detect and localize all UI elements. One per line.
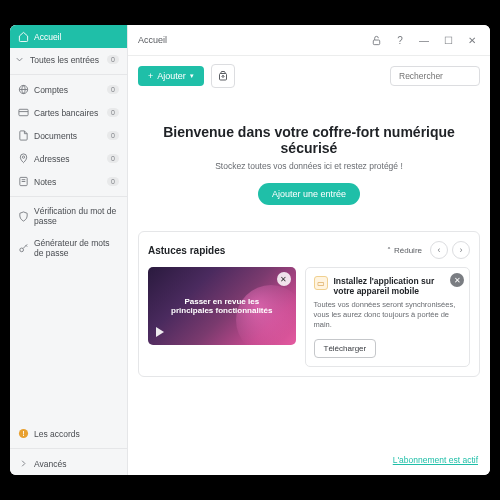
tips-toggle-label: Réduire [394, 246, 422, 255]
install-card: ✕ ▭ Installez l'application sur votre ap… [305, 267, 471, 367]
sidebar-item-home[interactable]: Accueil [10, 25, 127, 48]
video-card[interactable]: ✕ Passer en revue les principales foncti… [148, 267, 296, 345]
divider [10, 74, 127, 75]
close-icon[interactable]: ✕ [277, 272, 291, 286]
file-icon [18, 130, 29, 141]
add-button-label: Ajouter [157, 71, 186, 81]
sidebar-item-label: Adresses [34, 154, 69, 164]
svg-point-3 [22, 156, 24, 158]
hero-title: Bienvenue dans votre coffre-fort numériq… [148, 124, 470, 156]
tips-prev-button[interactable]: ‹ [430, 241, 448, 259]
sidebar-item-agreements[interactable]: ! Les accords [10, 422, 127, 445]
install-body: Toutes vos données seront synchronisées,… [314, 300, 462, 329]
import-button[interactable] [211, 64, 235, 88]
minimize-icon[interactable]: — [416, 32, 432, 48]
sidebar-item-label: Avancés [34, 459, 66, 469]
close-icon[interactable]: ✕ [450, 273, 464, 287]
svg-rect-1 [19, 109, 28, 115]
titlebar: Accueil ? — ☐ ✕ [128, 25, 490, 56]
chevron-right-icon [18, 458, 29, 469]
quick-tips: Astuces rapides ˄ Réduire ‹ › ✕ Passer e… [138, 231, 480, 377]
sidebar-item-label: Générateur de mots de passe [34, 238, 119, 258]
close-icon[interactable]: ✕ [464, 32, 480, 48]
globe-icon [18, 84, 29, 95]
sidebar-item-addresses[interactable]: Adresses 0 [10, 147, 127, 170]
chevron-down-icon: ▾ [190, 72, 194, 80]
divider [10, 448, 127, 449]
sidebar-item-label: Les accords [34, 429, 80, 439]
shield-check-icon [18, 211, 29, 222]
page-title: Accueil [138, 35, 167, 45]
count-badge: 0 [107, 108, 119, 117]
sidebar-item-label: Cartes bancaires [34, 108, 98, 118]
count-badge: 0 [107, 154, 119, 163]
lock-icon[interactable] [368, 32, 384, 48]
tips-title: Astuces rapides [148, 245, 225, 256]
home-icon [18, 31, 29, 42]
warning-icon: ! [18, 428, 29, 439]
count-badge: 0 [107, 85, 119, 94]
sidebar-item-label: Toutes les entrées [30, 55, 99, 65]
add-button[interactable]: + Ajouter ▾ [138, 66, 204, 86]
count-badge: 0 [107, 55, 119, 64]
tips-collapse[interactable]: ˄ Réduire [387, 246, 422, 255]
toolbar: + Ajouter ▾ [128, 56, 490, 96]
map-pin-icon [18, 153, 29, 164]
sidebar-item-cards[interactable]: Cartes bancaires 0 [10, 101, 127, 124]
sidebar-item-advanced[interactable]: Avancés [10, 452, 127, 475]
play-icon [156, 327, 164, 337]
hero: Bienvenue dans votre coffre-fort numériq… [128, 96, 490, 223]
note-icon [18, 176, 29, 187]
search-input[interactable] [390, 66, 480, 86]
sidebar-item-all-entries[interactable]: Toutes les entrées 0 [10, 48, 127, 71]
tips-next-button[interactable]: › [452, 241, 470, 259]
chevron-down-icon [14, 54, 25, 65]
help-icon[interactable]: ? [392, 32, 408, 48]
footer: L'abonnement est actif [128, 441, 490, 475]
sidebar-item-password-check[interactable]: Vérification du mot de passe [10, 200, 127, 232]
search-field[interactable] [399, 71, 471, 81]
count-badge: 0 [107, 177, 119, 186]
add-entry-button[interactable]: Ajouter une entrée [258, 183, 360, 205]
sidebar-item-label: Accueil [34, 32, 61, 42]
sidebar-item-accounts[interactable]: Comptes 0 [10, 78, 127, 101]
hero-subtitle: Stockez toutes vos données ici et restez… [148, 161, 470, 171]
svg-rect-10 [373, 40, 379, 45]
subscription-status-link[interactable]: L'abonnement est actif [393, 455, 478, 465]
main-content: Accueil ? — ☐ ✕ + Ajouter ▾ Bienvenue da… [128, 25, 490, 475]
sidebar-item-label: Documents [34, 131, 77, 141]
svg-text:!: ! [22, 430, 24, 437]
key-icon [18, 243, 29, 254]
sidebar-item-label: Notes [34, 177, 56, 187]
svg-point-7 [20, 248, 24, 252]
video-title: Passer en revue les principales fonction… [148, 297, 296, 315]
install-title: Installez l'application sur votre appare… [334, 276, 462, 296]
sidebar-item-label: Vérification du mot de passe [34, 206, 119, 226]
download-button[interactable]: Télécharger [314, 339, 377, 358]
sidebar-item-label: Comptes [34, 85, 68, 95]
sidebar-item-notes[interactable]: Notes 0 [10, 170, 127, 193]
sidebar: Accueil Toutes les entrées 0 Comptes 0 C… [10, 25, 128, 475]
sidebar-item-password-gen[interactable]: Générateur de mots de passe [10, 232, 127, 264]
plus-icon: + [148, 71, 153, 81]
count-badge: 0 [107, 131, 119, 140]
maximize-icon[interactable]: ☐ [440, 32, 456, 48]
mobile-icon: ▭ [314, 276, 328, 290]
sidebar-item-documents[interactable]: Documents 0 [10, 124, 127, 147]
divider [10, 196, 127, 197]
credit-card-icon [18, 107, 29, 118]
chevron-up-icon: ˄ [387, 246, 391, 255]
